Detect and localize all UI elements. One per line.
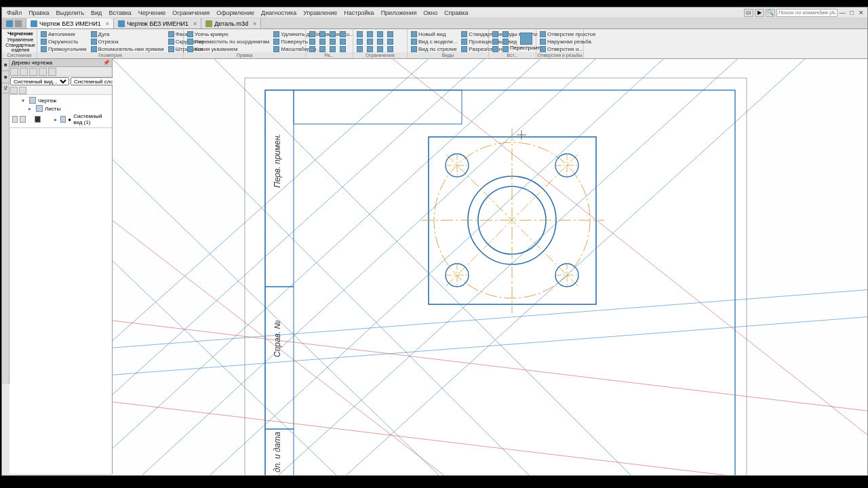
drawing-mode[interactable]: Черчение Управление Стандартные изделия [4, 30, 37, 53]
lock-toggle[interactable] [20, 116, 25, 123]
print-icon[interactable] [15, 20, 22, 27]
filter-icon[interactable] [10, 87, 18, 94]
tree-sysview[interactable]: ▸●Системный вид (1) [9, 113, 112, 126]
ins-btn[interactable] [491, 30, 500, 37]
side-tab[interactable]: ■ [2, 59, 9, 71]
autoline-button[interactable]: Автолиния [39, 30, 88, 37]
group-label: Системная [2, 52, 37, 58]
tab-close-icon[interactable]: × [253, 20, 256, 27]
con-btn[interactable] [366, 38, 374, 45]
dim-btn[interactable] [328, 30, 337, 37]
command-search-input[interactable] [776, 9, 837, 17]
menu-insert[interactable]: Вставка [105, 9, 134, 17]
maximize-button[interactable]: □ [847, 9, 856, 17]
group-label: Виды [408, 52, 488, 58]
menu-view[interactable]: Вид [87, 9, 105, 17]
tree-sheets[interactable]: ▸Листы [9, 104, 112, 113]
tab-drawing2[interactable]: Чертеж БЕЗ ИМЕНИ1× [114, 18, 201, 28]
dim-btn[interactable] [308, 30, 317, 37]
minimize-button[interactable]: — [837, 9, 847, 17]
visibility-toggle[interactable] [12, 116, 18, 123]
video-icon[interactable]: ▶ [755, 9, 764, 17]
menu-diag[interactable]: Диагностика [258, 9, 300, 17]
menu-file[interactable]: Файл [3, 9, 25, 17]
ins-btn[interactable] [501, 30, 510, 37]
side-tab[interactable]: ■ [2, 71, 9, 83]
dim-btn[interactable] [338, 30, 347, 37]
document-tabs: Чертеж БЕЗ ИМЕНИ1× Чертеж БЕЗ ИМЕНИ1× Де… [2, 18, 867, 29]
menu-select[interactable]: Выделить [53, 9, 88, 17]
con-btn[interactable] [386, 30, 395, 37]
tab-drawing1[interactable]: Чертеж БЕЗ ИМЕНИ1× [26, 18, 114, 28]
doc-icon [31, 20, 37, 27]
ptool-icon[interactable] [10, 68, 18, 76]
menu-help[interactable]: Справка [441, 9, 471, 17]
doc-icon [118, 20, 125, 27]
tab-label: Деталь.m3d [214, 20, 248, 27]
ptool-icon[interactable] [29, 68, 37, 76]
filter-icon[interactable] [19, 87, 26, 94]
ptool-icon[interactable] [48, 68, 56, 76]
frame-label: Справ. № [273, 320, 282, 357]
drawing-canvas[interactable]: Перв. примен. Справ. № дп. и дата [113, 59, 867, 475]
drawing-svg: Перв. примен. Справ. № дп. и дата [113, 59, 867, 475]
frame-label: Перв. примен. [273, 134, 282, 188]
panel-toolbar [9, 67, 112, 77]
save-icon[interactable] [6, 20, 13, 27]
ins-btn[interactable] [491, 38, 500, 45]
circle-button[interactable]: Окружность [39, 38, 88, 45]
arc-button[interactable]: Дуга [90, 30, 165, 37]
search-icon[interactable]: 🔍 [766, 9, 775, 17]
app-window: Файл Правка Выделить Вид Вставка Черчени… [1, 7, 868, 476]
menu-design[interactable]: Оформление [213, 9, 258, 17]
drawing-tree: ▾Чертеж ▸Листы ▸●Системный вид (1) [9, 95, 112, 128]
modelview-button[interactable]: Вид с модели... [410, 38, 458, 45]
side-tabs: ■ ■ fx [2, 59, 9, 384]
menu-bar: Файл Правка Выделить Вид Вставка Черчени… [2, 7, 867, 18]
dim-btn[interactable] [318, 38, 327, 45]
dim-btn[interactable] [308, 38, 317, 45]
con-btn[interactable] [376, 38, 384, 45]
left-panel: Дерево чертежа📌 Системный вид... Системн… [9, 59, 113, 474]
con-btn[interactable] [355, 30, 364, 37]
tab-close-icon[interactable]: × [106, 20, 109, 27]
ribbon: Черчение Управление Стандартные изделия … [2, 29, 867, 59]
con-btn[interactable] [386, 38, 395, 45]
segment-button[interactable]: Отрезок [90, 38, 165, 45]
thread-button[interactable]: Наружная резьба [538, 38, 597, 45]
ins-btn[interactable] [501, 38, 510, 45]
menu-manage[interactable]: Управление [300, 9, 340, 17]
color-swatch[interactable] [35, 116, 40, 123]
ptool-icon[interactable] [20, 68, 28, 76]
group-label: Геометрия [37, 52, 183, 58]
move-button[interactable]: Переместить по координатам [186, 38, 271, 45]
menu-apps[interactable]: Приложения [378, 9, 420, 17]
con-btn[interactable] [376, 30, 384, 37]
group-label: Отверстия и резьбы [536, 52, 583, 58]
menu-window[interactable]: Окно [420, 9, 441, 17]
panel-pin-icon[interactable]: 📌 [103, 60, 110, 66]
qat [2, 18, 26, 28]
menu-edit[interactable]: Правка [25, 9, 52, 17]
dim-btn[interactable] [338, 38, 347, 45]
con-btn[interactable] [355, 38, 364, 45]
tree-root[interactable]: ▾Чертеж [9, 96, 112, 104]
close-button[interactable]: ✕ [856, 9, 866, 17]
hole-button[interactable]: Отверстие простое [538, 30, 597, 37]
side-tab[interactable]: fx [2, 83, 9, 94]
tab-detail[interactable]: Деталь.m3d× [201, 18, 261, 28]
ptool-icon[interactable] [39, 68, 47, 76]
tab-label: Чертеж БЕЗ ИМЕНИ1 [39, 20, 101, 27]
dim-btn[interactable] [328, 38, 337, 45]
menu-constraints[interactable]: Ограничения [169, 9, 213, 17]
menu-settings[interactable]: Настройка [340, 9, 377, 17]
trim-button[interactable]: Усечь кривую [186, 30, 271, 37]
layout-icon[interactable]: ▭ [744, 9, 753, 17]
con-btn[interactable] [366, 30, 374, 37]
group-label: Правка [184, 52, 305, 58]
newview-button[interactable]: Новый вид [410, 30, 458, 37]
tab-close-icon[interactable]: × [193, 20, 197, 27]
menu-drawing[interactable]: Черчение [135, 9, 170, 17]
dim-btn[interactable] [318, 30, 327, 37]
view-select[interactable]: Системный вид... [10, 77, 69, 85]
